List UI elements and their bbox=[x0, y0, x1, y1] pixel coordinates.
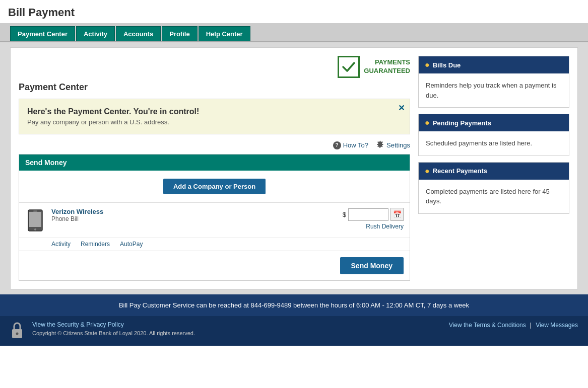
footer: Bill Pay Customer Service can be reached… bbox=[0, 294, 588, 346]
payee-name-link[interactable]: Verizon Wireless bbox=[51, 208, 103, 215]
payment-center-heading: Payment Center bbox=[19, 82, 410, 93]
tab-accounts[interactable]: Accounts bbox=[116, 26, 161, 41]
checkmark-icon bbox=[341, 59, 356, 74]
send-money-button[interactable]: Send Money bbox=[340, 257, 404, 274]
send-money-box: Send Money Add a Company or Person bbox=[19, 154, 410, 281]
bills-due-card: ● Bills Due Reminders help you track whe… bbox=[418, 56, 569, 108]
dollar-sign: $ bbox=[343, 211, 346, 218]
add-company-button[interactable]: Add a Company or Person bbox=[163, 179, 266, 194]
footer-bottom: View the Security & Privacy Policy Copyr… bbox=[0, 316, 588, 346]
page-title: Bill Payment bbox=[0, 0, 588, 23]
payee-sublinks: Activity Reminders AutoPay bbox=[19, 237, 410, 251]
svg-rect-3 bbox=[33, 211, 37, 212]
tab-activity[interactable]: Activity bbox=[76, 26, 115, 41]
pending-bullet: ● bbox=[425, 118, 430, 127]
payments-guaranteed-badge: PAYMENTSGUARANTEED bbox=[19, 56, 410, 78]
footer-separator: | bbox=[530, 321, 532, 329]
tab-help-center[interactable]: Help Center bbox=[199, 26, 250, 41]
pg-checkmark bbox=[338, 56, 360, 78]
payee-amount-area: $ 📅 Rush Delivery bbox=[343, 208, 404, 230]
settings-link[interactable]: Settings bbox=[376, 140, 410, 150]
recent-payments-title: Recent Payments bbox=[433, 167, 487, 175]
pending-payments-card: ● Pending Payments Scheduled payments ar… bbox=[418, 114, 569, 156]
phone-device-icon bbox=[26, 209, 44, 232]
recent-payments-header: ● Recent Payments bbox=[419, 163, 569, 180]
promo-body: Pay any company or person with a U.S. ad… bbox=[27, 118, 391, 126]
footer-service-text: Bill Pay Customer Service can be reached… bbox=[0, 294, 588, 316]
tab-profile[interactable]: Profile bbox=[162, 26, 197, 41]
footer-link-row: View the Security & Privacy Policy bbox=[32, 321, 195, 328]
bills-due-title: Bills Due bbox=[433, 61, 461, 69]
recent-bullet: ● bbox=[425, 167, 430, 176]
pending-payments-title: Pending Payments bbox=[433, 119, 491, 127]
send-money-button-row: Send Money bbox=[19, 251, 410, 280]
question-icon: ? bbox=[333, 141, 341, 149]
payee-activity-link[interactable]: Activity bbox=[51, 241, 71, 248]
footer-right-links: View the Terms & Conditions | View Messa… bbox=[449, 321, 578, 329]
main-inner: PAYMENTSGUARANTEED Payment Center Here's… bbox=[10, 47, 578, 289]
bills-due-body: Reminders help you track when a payment … bbox=[419, 73, 569, 107]
promo-banner: Here's the Payment Center. You're in con… bbox=[19, 99, 410, 134]
promo-title: Here's the Payment Center. You're in con… bbox=[27, 107, 391, 116]
right-panel: ● Bills Due Reminders help you track whe… bbox=[418, 56, 569, 214]
recent-payments-card: ● Recent Payments Completed payments are… bbox=[418, 162, 569, 214]
add-company-row: Add a Company or Person bbox=[19, 171, 410, 202]
gear-icon bbox=[376, 140, 384, 150]
footer-links: View the Security & Privacy Policy Copyr… bbox=[32, 321, 195, 336]
settings-label: Settings bbox=[386, 141, 410, 149]
svg-point-5 bbox=[16, 333, 19, 335]
payee-reminders-link[interactable]: Reminders bbox=[81, 241, 110, 248]
left-panel: PAYMENTSGUARANTEED Payment Center Here's… bbox=[19, 56, 410, 281]
bills-due-header: ● Bills Due bbox=[419, 56, 569, 73]
how-to-link[interactable]: ? How To? bbox=[333, 141, 368, 149]
how-to-label: How To? bbox=[343, 141, 368, 149]
footer-copyright: Copyright © Citizens State Bank of Loyal… bbox=[32, 330, 195, 336]
lock-icon bbox=[10, 321, 26, 341]
tools-row: ? How To? Settings bbox=[19, 140, 410, 150]
amount-row: $ 📅 bbox=[343, 208, 404, 221]
payee-icon bbox=[25, 208, 45, 232]
svg-rect-1 bbox=[29, 212, 41, 227]
view-messages-link[interactable]: View Messages bbox=[536, 322, 578, 329]
terms-conditions-link[interactable]: View the Terms & Conditions bbox=[449, 322, 526, 329]
pg-text: PAYMENTSGUARANTEED bbox=[364, 58, 410, 75]
amount-input[interactable] bbox=[348, 208, 388, 221]
recent-payments-body: Completed payments are listed here for 4… bbox=[419, 180, 569, 213]
calendar-icon: 📅 bbox=[393, 210, 402, 218]
promo-close-button[interactable]: ✕ bbox=[398, 103, 405, 113]
security-privacy-link[interactable]: View the Security & Privacy Policy bbox=[32, 321, 124, 328]
payee-row: Verizon Wireless Phone Bill $ 📅 Rush Del… bbox=[19, 202, 410, 237]
pending-payments-body: Scheduled payments are listed here. bbox=[419, 131, 569, 156]
svg-point-2 bbox=[34, 228, 36, 230]
pending-payments-header: ● Pending Payments bbox=[419, 114, 569, 131]
nav-bar: Payment Center Activity Accounts Profile… bbox=[0, 23, 588, 42]
calendar-button[interactable]: 📅 bbox=[390, 208, 404, 221]
tab-payment-center[interactable]: Payment Center bbox=[10, 26, 75, 41]
payee-autopay-link[interactable]: AutoPay bbox=[120, 241, 143, 248]
main-wrapper: PAYMENTSGUARANTEED Payment Center Here's… bbox=[0, 42, 588, 294]
payee-subtitle: Phone Bill bbox=[51, 215, 337, 222]
payee-info: Verizon Wireless Phone Bill bbox=[51, 208, 337, 222]
send-money-header: Send Money bbox=[19, 154, 410, 171]
bills-due-bullet: ● bbox=[425, 60, 430, 69]
rush-delivery-link[interactable]: Rush Delivery bbox=[366, 223, 404, 230]
